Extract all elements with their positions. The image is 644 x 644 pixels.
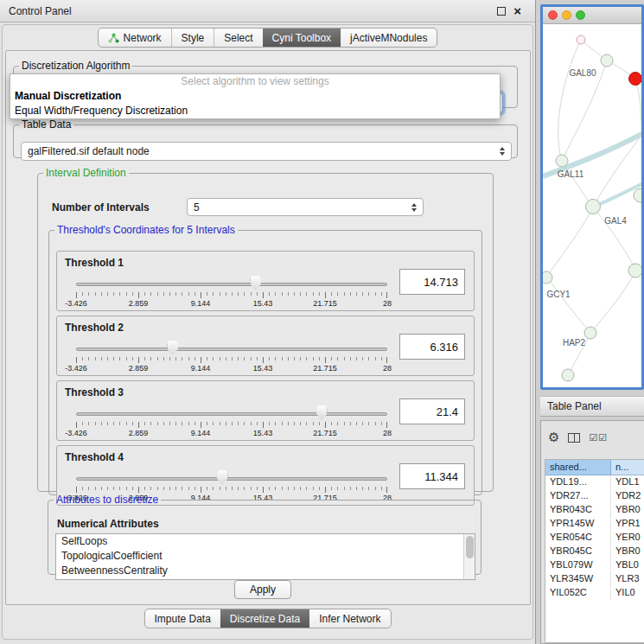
scale-labels: -3.426 2.859 9.144 15.43 21.715 28 <box>76 429 387 438</box>
threshold-1-panel: Threshold 1 -3.426 2.859 9.144 <box>56 251 475 311</box>
slider-track[interactable] <box>76 348 387 351</box>
group-title-attributes: Attributes to discretize <box>54 494 161 506</box>
list-scrollbar[interactable] <box>463 534 475 579</box>
scrollbar-thumb[interactable] <box>466 536 474 558</box>
minimize-traffic-light[interactable] <box>562 10 571 20</box>
table-row[interactable]: YBR045CYBR0 <box>545 545 644 558</box>
tab-label: Infer Network <box>319 613 380 625</box>
network-node-gal80[interactable] <box>601 54 613 67</box>
slider-thumb[interactable] <box>250 276 261 290</box>
network-node-selected-red[interactable] <box>629 73 642 86</box>
scale-labels: -3.426 2.859 9.144 15.43 21.715 28 <box>76 364 387 373</box>
tick-marks <box>76 487 387 494</box>
list-item-topologicalcoefficient[interactable]: TopologicalCoefficient <box>56 549 475 564</box>
group-title-interval-definition: Interval Definition <box>43 167 129 179</box>
control-panel-window: Control Panel × Network Style Select <box>0 0 536 644</box>
table-row[interactable]: YBR043CYBR0 <box>545 503 644 517</box>
tab-label: Style <box>182 32 205 44</box>
node-label: GCY1 <box>546 290 571 299</box>
threshold-3-slider[interactable] <box>76 405 387 422</box>
tab-label: jActiveMNodules <box>350 32 427 44</box>
slider-thumb[interactable] <box>316 405 328 420</box>
threshold-3-panel: Threshold 3 -3.426 2.859 9.144 <box>56 380 475 441</box>
control-panel-titlebar: Control Panel × <box>0 0 535 22</box>
tab-select[interactable]: Select <box>214 29 262 47</box>
threshold-3-value-field[interactable] <box>399 399 465 424</box>
tab-label: Cyni Toolbox <box>272 32 331 44</box>
slider-track[interactable] <box>76 283 387 286</box>
tab-cyni-toolbox[interactable]: Cyni Toolbox <box>263 29 341 47</box>
algorithm-dropdown-popup: Select algorithm to view settings Manual… <box>10 73 501 119</box>
network-node-gal4[interactable] <box>586 200 601 214</box>
scale-labels: -3.426 2.859 9.144 15.43 21.715 28 <box>76 299 387 309</box>
network-node[interactable] <box>562 369 574 381</box>
cyni-discretize-panel: Discretization Algorithm Select algorith… <box>5 50 531 605</box>
close-icon[interactable]: × <box>513 4 521 17</box>
slider-thumb[interactable] <box>167 341 178 355</box>
table-row[interactable]: YLR345WYLR3 <box>545 572 644 586</box>
numerical-attributes-list: SelfLoops TopologicalCoefficient Between… <box>55 533 475 580</box>
slider-thumb[interactable] <box>217 470 228 485</box>
column-header-shared-name[interactable]: shared... <box>545 460 611 475</box>
num-intervals-combobox[interactable]: 5 <box>187 198 424 216</box>
threshold-2-value-field[interactable] <box>399 334 465 360</box>
dropdown-item-manual-discretization[interactable]: Manual Discretization <box>10 89 500 104</box>
float-window-icon[interactable] <box>497 7 506 16</box>
tab-network[interactable]: Network <box>99 29 171 47</box>
threshold-2-slider[interactable] <box>76 340 387 357</box>
tab-impute-data[interactable]: Impute Data <box>144 609 220 628</box>
slider-track[interactable] <box>76 412 387 416</box>
slider-track[interactable] <box>76 477 387 481</box>
table-row[interactable]: YER054CYER0 <box>545 531 644 545</box>
threshold-1-value-field[interactable] <box>399 269 465 295</box>
dropdown-placeholder: Select algorithm to view settings <box>10 74 500 89</box>
settings-gear-icon[interactable]: ⚙ <box>548 431 559 444</box>
network-node-gal11[interactable] <box>556 155 568 167</box>
table-row[interactable]: YBL079WYBL0 <box>545 558 644 572</box>
table-row[interactable]: YPR145WYPR1 <box>545 517 644 531</box>
tab-jactivemnodules[interactable]: jActiveMNodules <box>341 29 437 47</box>
threshold-4-value-field[interactable] <box>399 463 465 489</box>
dropdown-item-equal-width-frequency[interactable]: Equal Width/Frequency Discretization <box>10 104 500 118</box>
network-canvas[interactable]: GAL80 GAL11 GAL4 GCY1 HAP2 <box>543 24 641 387</box>
combo-stepper-icon <box>411 203 417 212</box>
tick-marks <box>76 292 387 299</box>
threshold-1-slider[interactable] <box>76 275 387 292</box>
node-label: GAL4 <box>604 216 627 226</box>
list-item-betweennesscentrality[interactable]: BetweennessCentrality <box>56 564 475 578</box>
table-data-combobox[interactable]: galFiltered.sif default node <box>21 142 512 161</box>
table-row[interactable]: YDR27...YDR2 <box>545 489 644 503</box>
bottom-tab-bar: Impute Data Discretize Data Infer Networ… <box>143 609 391 628</box>
attributes-to-discretize-group: Attributes to discretize Numerical Attri… <box>48 494 481 575</box>
threshold-4-slider[interactable] <box>76 469 387 487</box>
group-title-thresholds: Threshold's Coordinates for 5 Intervals <box>54 224 238 236</box>
show-columns-icon[interactable] <box>568 433 580 443</box>
tab-label: Network <box>124 32 162 44</box>
table-row[interactable]: YIL052CYIL0 <box>545 586 644 600</box>
node-table: shared... n... YDL19...YDL1 YDR27...YDR2… <box>545 459 644 643</box>
column-header-name[interactable]: n... <box>611 460 644 475</box>
network-node-gcy1[interactable] <box>543 271 552 284</box>
select-columns-checkbox-icons[interactable]: ☑☑ <box>589 432 608 443</box>
group-title-discretization-algorithm: Discretization Algorithm <box>19 60 132 72</box>
zoom-traffic-light[interactable] <box>576 10 585 20</box>
threshold-4-label: Threshold 4 <box>65 451 124 463</box>
table-panel-title: Table Panel <box>547 400 602 412</box>
close-traffic-light[interactable] <box>548 10 558 20</box>
network-node[interactable] <box>577 35 585 44</box>
tab-label: Discretize Data <box>230 613 300 625</box>
tab-discretize-data[interactable]: Discretize Data <box>220 609 309 628</box>
network-node-hap2[interactable] <box>584 327 596 339</box>
network-node[interactable] <box>634 188 641 202</box>
list-item-selfloops[interactable]: SelfLoops <box>56 534 475 549</box>
apply-button[interactable]: Apply <box>234 580 291 599</box>
tick-marks <box>76 357 387 364</box>
combo-value: 5 <box>194 201 200 214</box>
tab-style[interactable]: Style <box>171 29 214 47</box>
network-icon <box>108 33 119 43</box>
number-of-intervals-label: Number of Intervals <box>52 201 150 214</box>
table-row[interactable]: YDL19...YDL1 <box>545 475 644 489</box>
tab-infer-network[interactable]: Infer Network <box>309 609 390 628</box>
network-node[interactable] <box>628 264 641 277</box>
network-view-window: GAL80 GAL11 GAL4 GCY1 HAP2 <box>540 4 644 390</box>
